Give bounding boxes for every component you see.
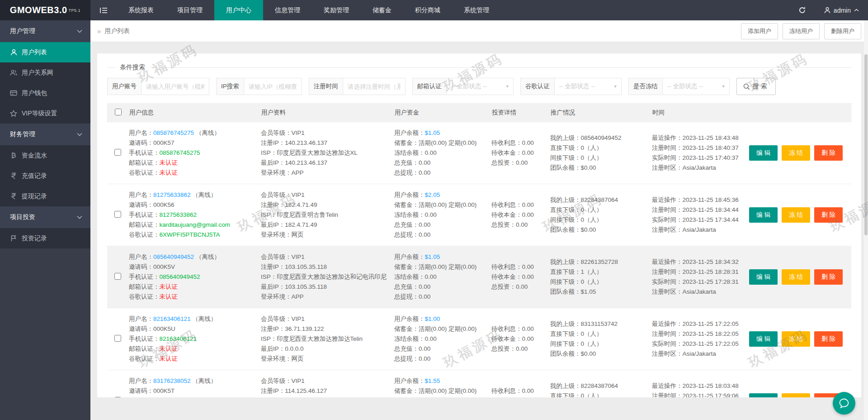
upline: 83131153742 bbox=[581, 320, 618, 327]
nav-item-info-mgmt[interactable]: 信息管理 bbox=[263, 0, 312, 20]
row-actions-cell: 编辑 冻结 删除 bbox=[749, 207, 851, 223]
total-withdraw: 0.00 bbox=[419, 231, 430, 238]
delete-button[interactable]: 删除 bbox=[814, 269, 843, 285]
frozen-select[interactable]: -- 全部状态 -- ▼ bbox=[663, 78, 730, 95]
username-link[interactable]: 82163406121 bbox=[153, 315, 191, 322]
sidebar-item-withdraw-record[interactable]: 提现记录 bbox=[0, 186, 90, 206]
ip-input[interactable] bbox=[244, 78, 302, 95]
sidebar-item-user-wallet[interactable]: 用户钱包 bbox=[0, 83, 90, 103]
delete-button[interactable]: 删除 bbox=[814, 331, 843, 347]
nav-item-savings[interactable]: 储蓄金 bbox=[361, 0, 403, 20]
edit-button[interactable]: 编辑 bbox=[749, 393, 778, 397]
nav-item-points-mall[interactable]: 积分商城 bbox=[403, 0, 452, 20]
nav-item-project-mgmt[interactable]: 项目管理 bbox=[165, 0, 214, 20]
search-button[interactable]: 搜索 bbox=[736, 78, 776, 95]
nav-item-system-mgmt[interactable]: 系统管理 bbox=[452, 0, 501, 20]
direct-downline: 0（人） bbox=[581, 330, 603, 337]
total-withdraw: 0.00 bbox=[419, 355, 430, 362]
google-auth-select[interactable]: -- 全部状态 -- ▼ bbox=[555, 78, 622, 95]
username-link[interactable]: 81275633862 bbox=[153, 191, 191, 198]
savings: 活期(0.00) 定期(0.00) bbox=[419, 201, 476, 208]
refresh-icon[interactable] bbox=[789, 0, 815, 20]
sidebar-item-label: 用户关系网 bbox=[22, 69, 53, 77]
add-user-button[interactable]: 添加用户 bbox=[741, 23, 778, 39]
delete-button[interactable]: 删除 bbox=[814, 207, 843, 223]
register-time: 2023-11-25 17:59:06 bbox=[683, 392, 739, 397]
phone-auth: 82163406121 bbox=[160, 335, 197, 342]
nav-item-reward-mgmt[interactable]: 奖励管理 bbox=[312, 0, 361, 20]
user-profile-cell: 会员等级：VIP1 注册IP：140.213.46.137 ISP：印度尼西亚大… bbox=[261, 128, 394, 178]
edit-button[interactable]: 编辑 bbox=[749, 207, 778, 223]
username-link[interactable]: 83176238052 bbox=[153, 377, 191, 384]
scrollbar-thumb[interactable] bbox=[864, 54, 868, 235]
freeze-button[interactable]: 冻结 bbox=[782, 393, 810, 397]
last-ip: 103.105.35.118 bbox=[285, 283, 327, 290]
row-checkbox[interactable] bbox=[114, 335, 121, 342]
collapse-menu-icon[interactable] bbox=[90, 0, 117, 20]
delete-user-button[interactable]: 删除用户 bbox=[824, 23, 861, 39]
customer-service-float-button[interactable] bbox=[833, 392, 855, 415]
total-recharge: 0.00 bbox=[419, 345, 430, 352]
sidebar-item-fund-flow[interactable]: 资金流水 bbox=[0, 145, 90, 166]
register-time: 2023-11-25 18:28:31 bbox=[683, 268, 739, 275]
sidebar-group-project-invest[interactable]: 项目投资 bbox=[0, 206, 90, 228]
admin-menu[interactable]: admin bbox=[815, 0, 868, 20]
admin-username: admin bbox=[834, 7, 851, 14]
username-link[interactable]: 085876745275 bbox=[153, 129, 194, 136]
register-ip: 182.4.71.49 bbox=[285, 201, 317, 208]
sidebar-item-invest-record[interactable]: 投资记录 bbox=[0, 228, 90, 248]
search-button-label: 搜索 bbox=[753, 82, 769, 91]
promotion-cell: 我的上级：82284387064 直接下级：0（人） 间接下级：0（人） 团队余… bbox=[550, 195, 652, 235]
account-input[interactable] bbox=[142, 78, 209, 95]
freeze-button[interactable]: 冻结 bbox=[782, 207, 810, 223]
select-all-checkbox[interactable] bbox=[115, 109, 122, 115]
promotion-cell: 我的上级：83131153742 直接下级：0（人） 间接下级：0（人） 团队余… bbox=[550, 319, 652, 359]
delete-button[interactable]: 删除 bbox=[814, 145, 843, 161]
isp: 印度尼西亚大雅加达雅加达Telin bbox=[277, 335, 363, 342]
user-info-cell: 用户名：83176238052 （离线） 邀请码：000K5T 手机认证：831… bbox=[129, 376, 261, 397]
email-auth-select[interactable]: -- 全部状态 -- ▼ bbox=[447, 78, 514, 95]
email-auth: 未认证 bbox=[160, 283, 178, 290]
table-row: 用户名：085640949452 （离线） 邀请码：000K5V 手机认证：08… bbox=[107, 246, 851, 308]
frozen-balance: 0.00 bbox=[425, 273, 437, 280]
freeze-button[interactable]: 冻结 bbox=[782, 145, 810, 161]
search-group-frozen: 是否冻结 -- 全部状态 -- ▼ bbox=[628, 78, 730, 95]
row-checkbox[interactable] bbox=[114, 273, 121, 280]
user-funds-cell: 用户余额：$1.05 储蓄金：活期(0.00) 定期(0.00) 冻结余额：0.… bbox=[394, 128, 491, 178]
sidebar-group-user-mgmt[interactable]: 用户管理 bbox=[0, 20, 90, 42]
row-checkbox[interactable] bbox=[114, 211, 121, 218]
row-checkbox[interactable] bbox=[114, 397, 121, 398]
last-operation-time: 2023-11-25 18:03:48 bbox=[683, 382, 739, 389]
user-info-cell: 用户名：085876745275 （离线） 邀请码：000K57 手机认证：08… bbox=[129, 128, 261, 178]
frozen-balance: 0.00 bbox=[425, 211, 437, 218]
row-checkbox[interactable] bbox=[114, 149, 121, 156]
nav-item-system-report[interactable]: 系统报表 bbox=[117, 0, 165, 20]
edit-button[interactable]: 编辑 bbox=[749, 145, 778, 161]
member-level: VIP1 bbox=[292, 191, 305, 198]
edit-button[interactable]: 编辑 bbox=[749, 269, 778, 285]
edit-button[interactable]: 编辑 bbox=[749, 331, 778, 347]
time-cell: 最近操作：2023-11-25 18:03:48 注册时间：2023-11-25… bbox=[652, 381, 749, 397]
freeze-button[interactable]: 冻结 bbox=[782, 331, 810, 347]
email-auth-label: 邮箱认证 bbox=[412, 78, 447, 95]
freeze-button[interactable]: 冻结 bbox=[782, 269, 810, 285]
time-cell: 最近操作：2023-11-25 17:22:05 注册时间：2023-11-25… bbox=[652, 319, 749, 359]
dropdown-arrow-icon: ▼ bbox=[613, 84, 618, 89]
upline: 085640949452 bbox=[581, 134, 622, 141]
user-table: 用户信息 用户资料 用户资金 投资详情 推广情况 时间 用户名：08587674… bbox=[107, 103, 851, 397]
pending-interest: 0.00 bbox=[522, 201, 534, 208]
sidebar-item-recharge-record[interactable]: 充值记录 bbox=[0, 166, 90, 186]
sidebar-item-user-network[interactable]: 用户关系网 bbox=[0, 62, 90, 83]
last-ip: 182.4.71.49 bbox=[285, 221, 317, 228]
vertical-scrollbar[interactable] bbox=[864, 20, 868, 420]
online-status: （离线） bbox=[196, 129, 220, 136]
sidebar-group-finance-mgmt[interactable]: 财务管理 bbox=[0, 124, 90, 145]
nav-item-user-center[interactable]: 用户中心 bbox=[214, 0, 263, 20]
regtime-input[interactable] bbox=[343, 78, 406, 95]
freeze-user-button[interactable]: 冻结用户 bbox=[783, 23, 820, 39]
register-timezone: Asia/Jakarta bbox=[683, 164, 716, 171]
login-env: APP bbox=[292, 169, 304, 176]
sidebar-item-user-list[interactable]: 用户列表 bbox=[0, 42, 90, 62]
username-link[interactable]: 085640949452 bbox=[153, 253, 194, 260]
sidebar-item-vip-level[interactable]: VIP等级设置 bbox=[0, 103, 90, 124]
